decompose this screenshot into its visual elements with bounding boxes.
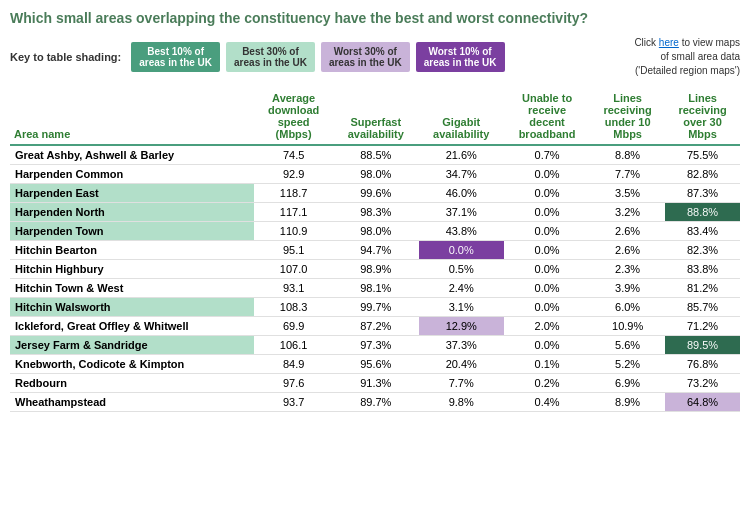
legend-note: Click here to view maps of small area da…	[634, 36, 740, 78]
cell-area-name: Hitchin Town & West	[10, 279, 254, 298]
table-cell: 12.9%	[419, 317, 504, 336]
table-cell: 97.3%	[333, 336, 418, 355]
table-cell: 10.9%	[590, 317, 665, 336]
table-cell: 82.8%	[665, 165, 740, 184]
table-cell: 9.8%	[419, 393, 504, 412]
table-cell: 5.2%	[590, 355, 665, 374]
table-cell: 81.2%	[665, 279, 740, 298]
table-cell: 37.1%	[419, 203, 504, 222]
table-cell: 43.8%	[419, 222, 504, 241]
table-cell: 98.0%	[333, 222, 418, 241]
table-cell: 118.7	[254, 184, 333, 203]
table-cell: 75.5%	[665, 145, 740, 165]
table-cell: 89.5%	[665, 336, 740, 355]
table-cell: 87.2%	[333, 317, 418, 336]
table-cell: 106.1	[254, 336, 333, 355]
cell-area-name: Hitchin Highbury	[10, 260, 254, 279]
table-cell: 83.8%	[665, 260, 740, 279]
cell-area-name: Great Ashby, Ashwell & Barley	[10, 145, 254, 165]
table-cell: 0.0%	[504, 298, 590, 317]
table-cell: 117.1	[254, 203, 333, 222]
table-row: Wheathampstead93.789.7%9.8%0.4%8.9%64.8%	[10, 393, 740, 412]
table-cell: 0.0%	[504, 222, 590, 241]
table-cell: 0.2%	[504, 374, 590, 393]
table-row: Hitchin Highbury107.098.9%0.5%0.0%2.3%83…	[10, 260, 740, 279]
table-row: Hitchin Walsworth108.399.7%3.1%0.0%6.0%8…	[10, 298, 740, 317]
legend-worst30: Worst 30% ofareas in the UK	[321, 42, 410, 72]
cell-area-name: Redbourn	[10, 374, 254, 393]
table-cell: 76.8%	[665, 355, 740, 374]
table-row: Knebworth, Codicote & Kimpton84.995.6%20…	[10, 355, 740, 374]
col-under10: Linesreceivingunder 10Mbps	[590, 88, 665, 145]
table-cell: 3.9%	[590, 279, 665, 298]
main-container: Which small areas overlapping the consti…	[0, 0, 750, 422]
table-cell: 7.7%	[590, 165, 665, 184]
table-cell: 97.6	[254, 374, 333, 393]
table-cell: 0.0%	[504, 203, 590, 222]
table-cell: 95.6%	[333, 355, 418, 374]
table-cell: 87.3%	[665, 184, 740, 203]
table-cell: 99.6%	[333, 184, 418, 203]
table-row: Harpenden East118.799.6%46.0%0.0%3.5%87.…	[10, 184, 740, 203]
col-over30: Linesreceivingover 30Mbps	[665, 88, 740, 145]
legend-worst10: Worst 10% ofareas in the UK	[416, 42, 505, 72]
table-cell: 98.1%	[333, 279, 418, 298]
table-row: Redbourn97.691.3%7.7%0.2%6.9%73.2%	[10, 374, 740, 393]
cell-area-name: Harpenden North	[10, 203, 254, 222]
table-cell: 0.0%	[504, 165, 590, 184]
table-cell: 110.9	[254, 222, 333, 241]
table-cell: 88.8%	[665, 203, 740, 222]
col-avg-speed: Averagedownloadspeed(Mbps)	[254, 88, 333, 145]
legend-label: Key to table shading:	[10, 51, 121, 63]
table-cell: 93.1	[254, 279, 333, 298]
col-area-name: Area name	[10, 88, 254, 145]
table-cell: 83.4%	[665, 222, 740, 241]
table-cell: 73.2%	[665, 374, 740, 393]
table-row: Harpenden Common92.998.0%34.7%0.0%7.7%82…	[10, 165, 740, 184]
table-cell: 3.5%	[590, 184, 665, 203]
table-row: Great Ashby, Ashwell & Barley74.588.5%21…	[10, 145, 740, 165]
table-cell: 95.1	[254, 241, 333, 260]
table-row: Hitchin Town & West93.198.1%2.4%0.0%3.9%…	[10, 279, 740, 298]
table-cell: 71.2%	[665, 317, 740, 336]
table-cell: 74.5	[254, 145, 333, 165]
cell-area-name: Ickleford, Great Offley & Whitwell	[10, 317, 254, 336]
table-cell: 3.1%	[419, 298, 504, 317]
table-cell: 98.3%	[333, 203, 418, 222]
cell-area-name: Wheathampstead	[10, 393, 254, 412]
col-superfast: Superfastavailability	[333, 88, 418, 145]
table-cell: 85.7%	[665, 298, 740, 317]
connectivity-table: Area name Averagedownloadspeed(Mbps) Sup…	[10, 88, 740, 412]
table-cell: 2.0%	[504, 317, 590, 336]
table-row: Harpenden Town110.998.0%43.8%0.0%2.6%83.…	[10, 222, 740, 241]
table-cell: 2.4%	[419, 279, 504, 298]
page-title: Which small areas overlapping the consti…	[10, 10, 740, 26]
table-cell: 21.6%	[419, 145, 504, 165]
cell-area-name: Hitchin Walsworth	[10, 298, 254, 317]
table-row: Harpenden North117.198.3%37.1%0.0%3.2%88…	[10, 203, 740, 222]
table-cell: 0.0%	[504, 279, 590, 298]
table-cell: 98.9%	[333, 260, 418, 279]
col-unable: Unable toreceivedecentbroadband	[504, 88, 590, 145]
table-cell: 0.0%	[504, 336, 590, 355]
table-cell: 8.8%	[590, 145, 665, 165]
table-row: Ickleford, Great Offley & Whitwell69.987…	[10, 317, 740, 336]
table-cell: 0.7%	[504, 145, 590, 165]
table-cell: 46.0%	[419, 184, 504, 203]
table-cell: 34.7%	[419, 165, 504, 184]
col-gigabit: Gigabitavailability	[419, 88, 504, 145]
table-cell: 98.0%	[333, 165, 418, 184]
table-cell: 0.1%	[504, 355, 590, 374]
table-cell: 94.7%	[333, 241, 418, 260]
cell-area-name: Harpenden Common	[10, 165, 254, 184]
legend-best10: Best 10% ofareas in the UK	[131, 42, 220, 72]
table-cell: 82.3%	[665, 241, 740, 260]
table-row: Hitchin Bearton95.194.7%0.0%0.0%2.6%82.3…	[10, 241, 740, 260]
table-cell: 2.6%	[590, 222, 665, 241]
table-cell: 7.7%	[419, 374, 504, 393]
table-cell: 37.3%	[419, 336, 504, 355]
cell-area-name: Harpenden Town	[10, 222, 254, 241]
cell-area-name: Harpenden East	[10, 184, 254, 203]
table-cell: 0.0%	[504, 184, 590, 203]
maps-link[interactable]: here	[659, 37, 679, 48]
